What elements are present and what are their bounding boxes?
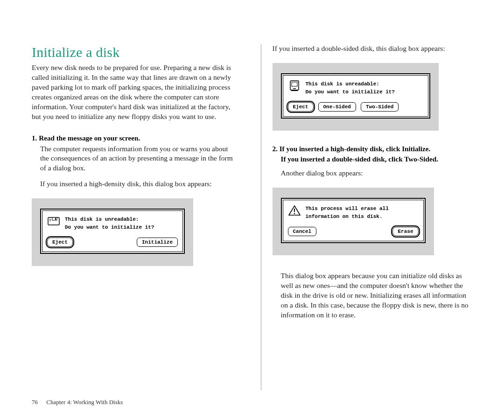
step-1-lead-highdensity: If you inserted a high-density disk, thi… [40,180,235,188]
svg-rect-6 [292,82,297,86]
svg-rect-1 [52,217,57,220]
chapter-label: Chapter 4: Working With Disks [46,399,123,406]
two-sided-button[interactable]: Two-Sided [361,102,399,112]
warning-icon [288,205,301,216]
mac-dialog-3: This process will erase all information … [281,198,426,243]
svg-rect-8 [291,90,298,91]
dialog-1-message: This disk is unreadable: Do you want to … [65,216,154,231]
dialog-screenshot-highdensity: This disk is unreadable: Do you want to … [32,198,193,266]
step-1-heading: 1. Read the message on your screen. [32,134,235,142]
dialog-2-line-2: Do you want to initialize it? [306,88,395,96]
cancel-button[interactable]: Cancel [288,227,317,236]
mac-dialog-1: This disk is unreadable: Do you want to … [40,209,185,254]
step-2-heading-a: 2. If you inserted a high-density disk, … [273,145,476,153]
mac-icon [288,80,301,91]
svg-rect-7 [293,88,296,89]
column-left: Initialize a disk Every new disk needs t… [32,44,238,390]
erase-button[interactable]: Erase [392,227,418,236]
dialog-3-line-2: information on this disk. [306,213,389,221]
step-2-after: This dialog box appears because you can … [281,271,476,320]
floppy-icon [47,216,60,227]
dialog-screenshot-erase: This process will erase all information … [273,188,434,255]
two-columns: Initialize a disk Every new disk needs t… [32,44,475,390]
manual-page: Initialize a disk Every new disk needs t… [0,0,504,420]
dialog-2-message: This disk is unreadable: Do you want to … [306,80,395,96]
svg-rect-2 [55,218,56,220]
eject-button[interactable]: Eject [47,238,73,247]
dialog-1-line-1: This disk is unreadable: [65,216,154,224]
dialog-1-line-2: Do you want to initialize it? [65,224,154,231]
step-2-heading-b: If you inserted a double-sided disk, cli… [273,155,476,163]
section-title: Initialize a disk [32,44,235,60]
step-1-body: The computer requests information from y… [40,144,235,174]
dialog-2-line-1: This disk is unreadable: [306,80,395,88]
dialog-screenshot-doublesided: This disk is unreadable: Do you want to … [273,63,439,131]
initialize-button[interactable]: Initialize [137,238,178,247]
one-sided-button[interactable]: One-Sided [318,102,356,112]
step-1-lead-doublesided: If you inserted a double-sided disk, thi… [273,44,476,53]
page-footer: 76 Chapter 4: Working With Disks [32,390,475,406]
mac-dialog-2: This disk is unreadable: Do you want to … [281,73,430,119]
page-number: 76 [32,399,45,406]
eject-button-2[interactable]: Eject [288,102,314,112]
column-right: If you inserted a double-sided disk, thi… [261,44,476,390]
svg-point-11 [294,213,295,214]
intro-paragraph: Every new disk needs to be prepared for … [32,63,235,122]
dialog-3-line-1: This process will erase all [306,205,389,213]
step-2-lead: Another dialog box appears: [281,169,476,177]
dialog-3-message: This process will erase all information … [306,205,389,220]
